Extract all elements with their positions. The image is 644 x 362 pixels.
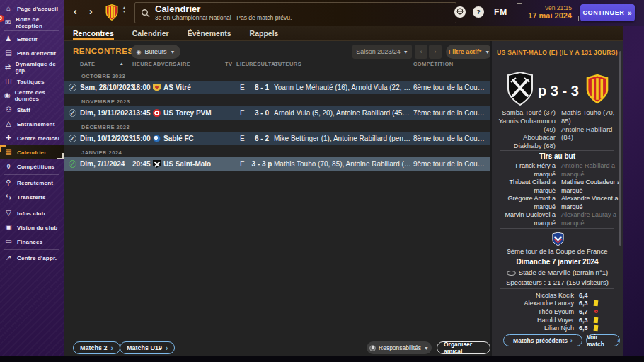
match-result: 8 - 1 <box>246 84 277 91</box>
sidebar-item-centre-donnees[interactable]: ◉Centre des données <box>0 89 64 103</box>
shootout-entry: Mathieu Coutadeur a marqué <box>561 179 622 195</box>
sidebar-item-tactiques[interactable]: ◫Tactiques <box>0 74 64 89</box>
column-tv[interactable]: TV <box>225 61 232 67</box>
rating-row: Lilian Njoh6,5 <box>505 324 612 332</box>
sidebar-item-staff[interactable]: ⚇Staff <box>0 103 64 117</box>
responsibilities-dropdown[interactable]: Responsabilités ▼ <box>367 341 432 354</box>
match-score: p 3 - 3 <box>533 83 584 99</box>
title-search-box[interactable]: Calendrier 3e en Championnat National - … <box>134 2 456 23</box>
sidebar-item-recrutement[interactable]: ⚲Recrutement <box>0 176 64 190</box>
chevron-right-icon: › <box>111 344 113 352</box>
organise-friendly-button[interactable]: Organiser amical <box>437 341 490 354</box>
sidebar-item-page-accueil[interactable]: ⌂Page d'accueil <box>0 1 64 16</box>
tab-rappels[interactable]: Rappels <box>250 26 279 40</box>
scorers-view-dropdown[interactable]: ◉ Buteurs ▼ <box>131 45 180 59</box>
match-result: 6 - 2 <box>246 135 277 142</box>
sidebar-item-calendrier[interactable]: ▦Calendrier <box>0 145 64 159</box>
sidebar-item-label: Centre des données <box>15 89 64 102</box>
sidebar-item-vision-club[interactable]: ▣Vision du club <box>0 220 64 234</box>
column-lieu[interactable]: LIEU <box>236 61 250 67</box>
sidebar-item-transferts[interactable]: ⇆Transferts <box>0 190 64 204</box>
match-date: Dim, 10/12/2023 <box>80 135 133 142</box>
back-button[interactable]: ‹ <box>74 6 77 17</box>
organise-friendly-label: Organiser amical <box>444 341 483 355</box>
opponent-logo-icon <box>153 109 161 117</box>
sidebar-item-plan-effectif[interactable]: ▤Plan d'effectif <box>0 46 64 60</box>
rating-row: Alexandre Lauray6,3 <box>505 300 612 308</box>
player-rating: 6,5 <box>579 324 592 332</box>
player-ratings-list: Nicolas Kocik6,4Alexandre Lauray6,3Théo … <box>505 291 612 332</box>
shootout-entry: Alexandre Lauray a manqué <box>561 211 622 227</box>
match-scorers: Mike Bettinger (1), Antoine Rabillard (p… <box>274 135 412 142</box>
month-group-label: JANVIER 2024 <box>64 147 490 157</box>
yellow-card-icon <box>592 300 600 306</box>
panel-scrollbar[interactable] <box>619 51 621 246</box>
venue-flag: E <box>240 135 245 142</box>
sidebar-item-dynamique[interactable]: ⇄Dynamique de grp. <box>0 60 64 74</box>
played-check-icon: ✓ <box>69 135 76 142</box>
column-adversaire[interactable]: ADVERSAIRE <box>153 61 190 67</box>
globe-icon[interactable] <box>454 6 466 18</box>
column-date[interactable]: DATE <box>80 61 95 67</box>
column-buteurs[interactable]: BUTEURS <box>274 61 301 67</box>
sidebar-item-competitions[interactable]: ⚱Compétitions <box>0 159 64 174</box>
column-heure[interactable]: HEURE <box>132 61 152 67</box>
matchs-u19-button[interactable]: Matchs U19 › <box>120 341 175 354</box>
tab-evenements[interactable]: Évènements <box>188 26 231 40</box>
tab-calendrier[interactable]: Calendrier <box>132 26 169 40</box>
venue-flag: E <box>240 160 245 168</box>
help-icon[interactable]: ? <box>473 6 484 18</box>
money-icon: ▭ <box>0 238 17 245</box>
sidebar-item-centre-medical[interactable]: ✚Centre médical <box>0 131 64 145</box>
sidebar-item-finances[interactable]: ▭Finances <box>0 234 64 249</box>
column-competition[interactable]: COMPÉTITION <box>413 61 453 67</box>
tactics-board-icon: ◫ <box>0 78 17 85</box>
saint-malo-badge-icon <box>506 71 534 106</box>
match-group: JANVIER 2024✓Dim, 7/1/202420:45US Saint-… <box>64 147 490 171</box>
sidebar-item-label: Transferts <box>17 194 46 200</box>
sidebar-item-label: Staff <box>17 107 30 113</box>
player-name: Harold Voyer <box>505 317 579 324</box>
club-switcher-icon[interactable]: ▴▾ <box>123 6 125 13</box>
clipboard-icon: ▤ <box>0 50 17 57</box>
match-result: 3 - 0 <box>246 109 277 117</box>
match-row[interactable]: ✓Dim, 10/12/202315:00Sablé FCE6 - 2Mike … <box>64 132 490 145</box>
continue-button[interactable]: CONTINUER » <box>580 4 635 21</box>
sidebar-item-infos-club[interactable]: ▽Infos club <box>0 206 64 220</box>
sidebar-item-boite-reception[interactable]: ✉9Boîte de réception <box>0 16 64 30</box>
view-match-button[interactable]: Voir match › <box>586 334 620 346</box>
sidebar-item-effectif[interactable]: ♟Effectif <box>0 32 64 46</box>
previous-season-button[interactable]: ‹ <box>415 45 427 59</box>
calendar-icon: ▦ <box>0 149 17 156</box>
played-check-icon: ✓ <box>69 84 76 91</box>
next-season-button[interactable]: › <box>429 45 442 59</box>
chevron-down-icon: ▼ <box>403 50 408 55</box>
sidebar-item-centre-appr[interactable]: ↗Centre d'appr. <box>0 251 64 265</box>
panel-header: US SAINT-MALO (E) (IL Y A 131 JOURS) <box>492 49 623 56</box>
filter-dropdown[interactable]: Filtre actif* ▼ <box>446 45 493 59</box>
sidebar-item-entrainement[interactable]: △Entraînement <box>0 117 64 131</box>
fixtures-content: RENCONTRES ◉ Buteurs ▼ Saison 2023/24 ▼ … <box>64 41 490 356</box>
divider <box>4 174 59 175</box>
filter-label: Filtre actif* <box>449 48 482 55</box>
shootout-entry: Grégoire Amiot a marqué <box>493 195 556 211</box>
club-crest-icon[interactable] <box>105 3 119 22</box>
match-row[interactable]: ✓Dim, 7/1/202420:45US Saint-MaloE3 - 3 p… <box>64 157 490 171</box>
match-row[interactable]: ✓Sam, 28/10/202318:00AS VitréE8 - 1Yoann… <box>64 81 490 94</box>
tab-rencontres[interactable]: Rencontres <box>73 26 114 40</box>
rating-row: Harold Voyer6,3 <box>505 316 612 324</box>
matchs-2-button[interactable]: Matchs 2 › <box>73 341 120 354</box>
month-group-label: NOVEMBRE 2023 <box>64 96 490 106</box>
match-group: OCTOBRE 2023✓Sam, 28/10/202318:00AS Vitr… <box>64 71 490 94</box>
continue-label: CONTINUER <box>582 9 624 16</box>
opponent-logo-icon <box>153 84 161 91</box>
sidebar: ⌂Page d'accueil✉9Boîte de réception♟Effe… <box>0 0 64 356</box>
season-dropdown[interactable]: Saison 2023/24 ▼ <box>352 45 412 59</box>
month-group-label: OCTOBRE 2023 <box>64 71 490 80</box>
opponent-name: US Torcy PVM <box>163 109 212 117</box>
briefcase-icon: ▣ <box>0 224 17 231</box>
previous-matches-button[interactable]: Matchs précédents › <box>503 334 582 346</box>
forward-button[interactable]: › <box>89 6 93 17</box>
medical-cross-icon: ✚ <box>0 135 17 142</box>
match-row[interactable]: ✓Dim, 19/11/202313:45US Torcy PVME3 - 0A… <box>64 106 490 120</box>
